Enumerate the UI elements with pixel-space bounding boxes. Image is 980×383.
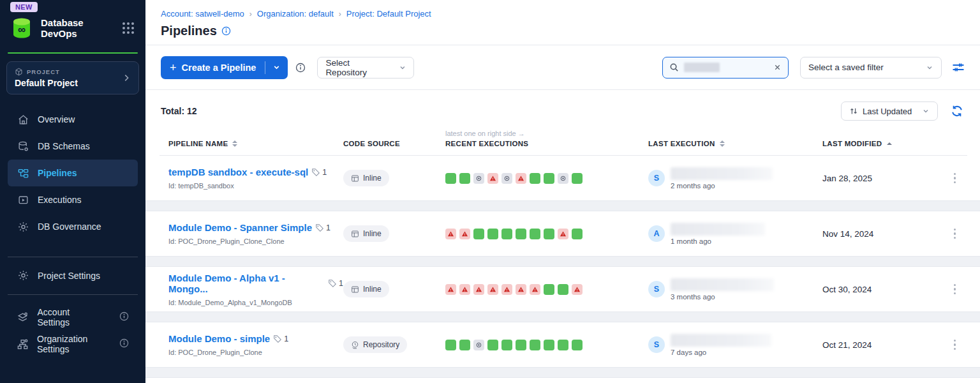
pipeline-name-link[interactable]: Module Demo - Spanner Simple xyxy=(168,222,312,233)
sidebar-divider xyxy=(8,294,138,295)
sort-by-value: Last Updated xyxy=(863,107,912,116)
sidebar-item-db-governance[interactable]: DB Governance xyxy=(8,213,138,240)
redacted-user-name xyxy=(671,223,765,236)
code-source-badge: Repository xyxy=(343,336,407,353)
select-repository-dropdown[interactable]: Select Repository xyxy=(317,57,414,79)
create-pipeline-dropdown-toggle[interactable] xyxy=(265,63,288,71)
execution-status-success xyxy=(572,173,583,184)
sidebar-item-label: Overview xyxy=(38,114,75,124)
avatar: S xyxy=(648,281,665,297)
row-menu-kebab-icon[interactable] xyxy=(950,169,960,187)
info-icon[interactable] xyxy=(119,338,129,350)
execution-status-error xyxy=(459,284,470,295)
status-dot-circle-icon xyxy=(475,342,482,349)
info-icon[interactable] xyxy=(295,63,306,73)
info-icon[interactable] xyxy=(119,312,129,323)
tag-count: 1 xyxy=(311,168,327,177)
sort-asc-icon xyxy=(887,142,892,145)
sidebar-item-overview[interactable]: Overview xyxy=(8,106,138,133)
info-icon[interactable] xyxy=(221,26,231,36)
breadcrumb: Account: satwell-demo › Organization: de… xyxy=(161,9,965,19)
sidebar-item-account-settings[interactable]: Account Settings xyxy=(8,304,138,331)
last-modified-date: Oct 30, 2024 xyxy=(822,285,924,294)
error-triangle-icon xyxy=(489,286,496,293)
project-selector[interactable]: PROJECT Default Project xyxy=(6,61,139,94)
sidebar-item-label: Account Settings xyxy=(38,307,103,327)
gear-icon xyxy=(17,269,29,282)
breadcrumb-organization-link[interactable]: Organization: default xyxy=(257,9,334,19)
sidebar-item-pipelines[interactable]: Pipelines xyxy=(8,160,138,186)
org-chart-gear-icon xyxy=(17,338,29,350)
chevron-right-icon xyxy=(122,73,131,82)
execution-status-error xyxy=(445,284,456,295)
recent-executions xyxy=(445,173,648,184)
execution-status-success xyxy=(516,229,526,239)
pipeline-name-link[interactable]: Module Demo - Alpha v1 - Mongo... xyxy=(168,273,325,294)
tag-icon xyxy=(273,334,282,343)
column-header-last-modified[interactable]: LAST MODIFIED xyxy=(822,140,924,147)
execution-status-success xyxy=(530,173,540,184)
table-header: PIPELINE NAME CODE SOURCE latest one on … xyxy=(160,130,967,156)
total-count: Total: 12 xyxy=(161,106,197,116)
new-badge: NEW xyxy=(10,2,38,12)
column-header-last-execution[interactable]: LAST EXECUTION xyxy=(648,140,822,147)
sidebar-item-db-schemas[interactable]: DB Schemas xyxy=(8,133,138,160)
filter-sliders-button[interactable] xyxy=(949,59,967,75)
clear-search-icon[interactable] xyxy=(773,63,782,71)
redacted-user-name xyxy=(671,334,771,347)
row-separator xyxy=(145,367,980,378)
column-header-pipeline-name[interactable]: PIPELINE NAME xyxy=(168,140,343,147)
pipeline-name-link[interactable]: Module Demo - simple xyxy=(168,333,270,344)
create-pipeline-button[interactable]: + Create a Pipeline xyxy=(161,56,288,79)
status-dot-circle-icon xyxy=(503,175,510,182)
row-menu-kebab-icon[interactable] xyxy=(950,336,960,354)
sidebar-item-project-settings[interactable]: Project Settings xyxy=(8,266,138,285)
chevron-down-icon xyxy=(399,64,406,71)
table-row: Module Demo - Spanner Simple 1 Id: POC_D… xyxy=(160,211,967,256)
breadcrumb-project-link[interactable]: Project: Default Project xyxy=(346,9,431,19)
error-triangle-icon xyxy=(503,286,510,293)
sidebar-item-label: DB Governance xyxy=(38,222,101,232)
sidebar-item-executions[interactable]: Executions xyxy=(8,186,138,213)
pipeline-name-link[interactable]: tempDB sandbox - execute-sql xyxy=(168,167,308,177)
execution-status-success xyxy=(516,340,526,350)
row-menu-kebab-icon[interactable] xyxy=(950,280,960,298)
row-menu-kebab-icon[interactable] xyxy=(950,225,960,243)
list-bar: Total: 12 Last Updated xyxy=(160,90,967,130)
pipelines-list-section: Total: 12 Last Updated xyxy=(145,90,980,383)
error-triangle-icon xyxy=(560,230,567,237)
sidebar-item-label: Organization Settings xyxy=(37,334,103,354)
execution-status-error xyxy=(487,173,498,184)
row-separator xyxy=(145,200,980,211)
avatar: A xyxy=(648,225,665,242)
breadcrumb-account-link[interactable]: Account: satwell-demo xyxy=(161,9,244,19)
execution-status-error xyxy=(530,284,540,295)
sort-by-dropdown[interactable]: Last Updated xyxy=(841,101,938,121)
sidebar-item-organization-settings[interactable]: Organization Settings xyxy=(8,331,138,357)
execution-status-success xyxy=(487,340,498,350)
last-execution-time: 1 month ago xyxy=(671,237,765,245)
refresh-button[interactable] xyxy=(948,102,966,120)
inline-source-icon xyxy=(351,285,359,294)
recent-executions xyxy=(445,229,648,239)
cube-icon xyxy=(15,68,23,76)
error-triangle-icon xyxy=(475,286,482,293)
recent-executions xyxy=(445,284,648,295)
execution-status-error xyxy=(558,229,568,239)
avatar: S xyxy=(648,170,665,186)
table-row: Module Demo - simple 1 Id: POC_Drone_Plu… xyxy=(160,322,967,367)
search-input[interactable] xyxy=(662,57,789,79)
saved-filter-dropdown[interactable]: Select a saved filter xyxy=(800,57,942,79)
last-execution-time: 7 days ago xyxy=(671,349,771,356)
sidebar-item-label: DB Schemas xyxy=(38,141,90,151)
apps-grid-icon[interactable] xyxy=(121,21,135,35)
pipeline-icon xyxy=(17,167,29,179)
execution-status-success xyxy=(572,229,583,239)
chevron-down-icon xyxy=(922,107,930,115)
sort-arrows-icon xyxy=(849,107,858,116)
execution-status-success xyxy=(544,173,554,184)
app-logo-database-icon: ∞ xyxy=(9,15,34,41)
sidebar: NEW ∞ Database DevOps PROJECT De xyxy=(0,0,145,383)
status-dot-circle-icon xyxy=(475,175,482,182)
code-source-badge: Inline xyxy=(343,225,389,242)
